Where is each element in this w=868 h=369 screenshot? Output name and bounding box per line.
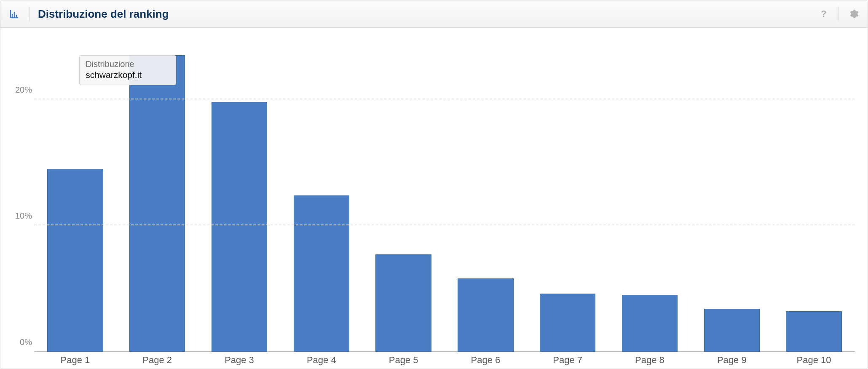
bar-slot: [362, 36, 445, 352]
bar[interactable]: [622, 295, 678, 352]
bar-slot: [609, 36, 691, 352]
bar[interactable]: [375, 254, 431, 352]
x-axis-label: Page 3: [198, 352, 281, 369]
svg-text:?: ?: [821, 9, 826, 19]
bar-slot: [280, 36, 362, 352]
bar[interactable]: [704, 309, 760, 352]
y-axis-tick: 20%: [9, 85, 32, 94]
x-axis-labels: Page 1Page 2Page 3Page 4Page 5Page 6Page…: [34, 352, 855, 369]
bar[interactable]: [212, 102, 267, 352]
header-divider: [29, 6, 29, 21]
x-axis-label: Page 8: [609, 352, 691, 369]
gear-icon[interactable]: [847, 8, 860, 20]
x-axis-label: Page 4: [280, 352, 362, 369]
chart-area: 0%10%20% Page 1Page 2Page 3Page 4Page 5P…: [0, 28, 868, 369]
panel-header: Distribuzione del ranking ?: [0, 0, 868, 28]
x-axis-label: Page 6: [445, 352, 527, 369]
bar[interactable]: [47, 169, 103, 352]
bar-slot: [198, 36, 281, 352]
panel: Distribuzione del ranking ? 0%10%20% Pag…: [0, 0, 868, 369]
bar[interactable]: [129, 55, 185, 352]
x-axis-label: Page 2: [116, 352, 198, 369]
x-axis-label: Page 10: [773, 352, 855, 369]
bar[interactable]: [458, 278, 513, 352]
bar-slot: [691, 36, 773, 352]
y-axis-tick: 0%: [9, 337, 32, 347]
x-axis-label: Page 5: [362, 352, 445, 369]
tooltip-value: schwarzkopf.it: [86, 70, 170, 80]
x-axis-label: Page 9: [691, 352, 773, 369]
x-axis-label: Page 1: [34, 352, 116, 369]
bar-chart-icon: [8, 8, 21, 20]
bar-slot: [445, 36, 527, 352]
gridline: [34, 225, 855, 225]
header-divider: [839, 6, 839, 21]
y-axis-tick: 10%: [9, 211, 32, 221]
bar[interactable]: [786, 311, 841, 352]
panel-title: Distribuzione del ranking: [38, 8, 169, 21]
x-axis-label: Page 7: [527, 352, 609, 369]
chart-tooltip: Distribuzione schwarzkopf.it: [79, 55, 176, 85]
bar[interactable]: [294, 195, 349, 352]
tooltip-title: Distribuzione: [86, 59, 170, 70]
gridline: [34, 99, 855, 99]
bar[interactable]: [540, 294, 595, 352]
help-icon[interactable]: ?: [817, 8, 830, 20]
bar-slot: [773, 36, 855, 352]
bar-slot: [527, 36, 609, 352]
